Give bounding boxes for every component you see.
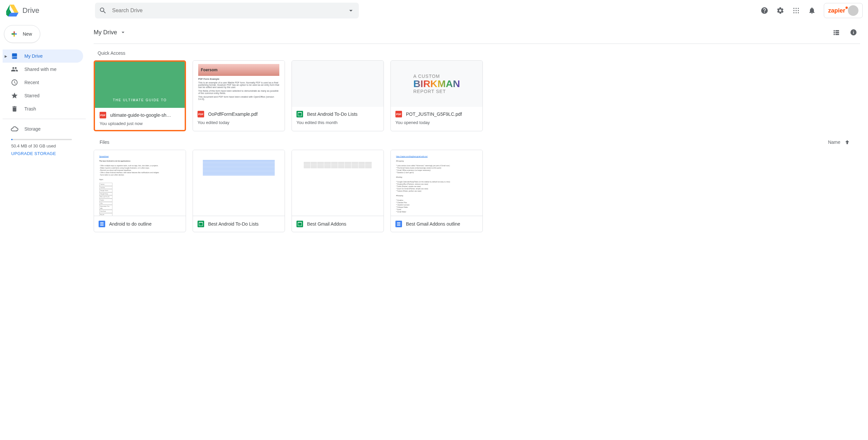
svg-point-0 [794,8,795,9]
storage-label-text: Storage [24,126,40,132]
new-button[interactable]: New [4,25,40,43]
file-title: OoPdfFormExample.pdf [208,112,257,117]
arrow-up-icon [844,139,850,145]
sidebar-item-label: Shared with me [24,67,56,72]
sheets-icon [197,221,204,227]
file-preview [292,150,383,216]
file-title: Best Gmail Addons [307,221,346,227]
file-subtitle: You edited this month [297,120,379,125]
app-header: Drive zapier✱ [0,0,868,21]
file-card[interactable]: https://zapier.com/blog/best-gmail-add-o… [391,150,483,232]
pdf-icon: PDF [100,112,106,118]
sheets-icon [297,111,303,118]
file-title: ultimate-guide-to-google-sh… [110,113,171,118]
files-grid: Spreadsheet The best Android to do list … [94,150,860,232]
file-subtitle: You opened today [395,120,478,125]
file-card[interactable]: Best Android To-Do Lists [193,150,285,232]
storage-section: Storage 50.4 MB of 30 GB used UPGRADE ST… [3,122,86,159]
cloud-icon [10,125,19,133]
sidebar-item-storage[interactable]: Storage [10,125,78,133]
svg-point-5 [798,10,799,11]
file-preview: Spreadsheet The best Android to do list … [94,150,186,216]
apps-icon[interactable] [789,4,803,17]
header-actions: zapier✱ [751,3,863,18]
file-preview: A CUSTOM BIRKMAN REPORT SET [391,61,483,107]
file-card[interactable]: Spreadsheet The best Android to do list … [94,150,186,232]
list-view-icon[interactable] [830,26,843,39]
sidebar-item-starred[interactable]: Starred [3,89,83,102]
main-content: My Drive Quick Access THE ULTIMATE [86,21,868,240]
svg-point-7 [796,12,797,13]
files-header: Files Name [94,139,860,145]
logo-area[interactable]: Drive [5,4,95,17]
file-preview: THE ULTIMATE GUIDE TO [95,62,185,108]
app-title: Drive [23,6,39,15]
storage-used-text: 50.4 MB of 30 GB used [11,144,78,149]
search-input[interactable] [112,8,347,13]
sheets-icon [297,221,303,227]
svg-point-8 [798,12,799,13]
expand-arrow-icon[interactable]: ▶ [5,55,7,58]
docs-icon [395,221,402,227]
quick-access-card[interactable]: THE ULTIMATE GUIDE TO PDF ultimate-guide… [94,60,186,131]
sidebar-item-label: My Drive [24,54,42,59]
file-title: Best Android To-Do Lists [307,112,358,117]
storage-bar [11,139,72,140]
sidebar-item-my-drive[interactable]: ▶ My Drive [3,50,83,63]
svg-point-3 [794,10,795,11]
star-icon [10,92,19,100]
file-title: Best Gmail Addons outline [406,221,460,227]
search-bar[interactable] [95,3,359,19]
plus-icon [9,29,19,39]
new-button-label: New [23,31,32,37]
docs-icon [99,221,105,227]
user-avatar[interactable] [848,5,859,16]
search-icon [99,7,107,14]
drive-icon [10,52,19,60]
file-preview [193,150,285,216]
quick-access-card[interactable]: Best Android To-Do Lists You edited this… [291,60,384,131]
zapier-label: zapier✱ [828,7,845,14]
zapier-chip[interactable]: zapier✱ [824,3,863,18]
file-subtitle: You uploaded just now [100,121,180,126]
svg-point-1 [796,8,797,9]
chevron-down-icon [120,29,126,36]
breadcrumb[interactable]: My Drive [94,29,126,36]
pdf-icon: PDF [395,111,402,118]
sidebar-divider [3,119,86,119]
search-options-icon[interactable] [347,7,355,14]
clock-icon [10,78,19,87]
sidebar: New ▶ My Drive Shared with me Recent [0,21,86,240]
view-toggles [830,26,860,39]
pdf-icon: PDF [197,111,204,118]
file-subtitle: You edited today [197,120,280,125]
file-preview: Foersom PDF Form Example This is an exam… [193,61,285,107]
sidebar-item-label: Recent [24,80,39,85]
file-preview: https://zapier.com/blog/best-gmail-add-o… [391,150,483,216]
quick-access-card[interactable]: A CUSTOM BIRKMAN REPORT SET PDF POT_JUST… [391,60,483,131]
svg-point-4 [796,10,797,11]
file-preview [292,61,383,107]
notifications-icon[interactable] [805,4,818,17]
settings-icon[interactable] [774,4,787,17]
sidebar-item-shared[interactable]: Shared with me [3,63,83,76]
quick-access-card[interactable]: Foersom PDF Form Example This is an exam… [193,60,285,131]
file-card[interactable]: Best Gmail Addons [291,150,384,232]
trash-icon [10,105,19,113]
drive-logo-icon [5,4,19,17]
quick-access-heading: Quick Access [98,51,860,56]
file-title: POT_JUSTIN_G5F9LC.pdf [406,112,462,117]
file-title: Best Android To-Do Lists [208,221,258,227]
info-icon[interactable] [847,26,860,39]
sidebar-item-trash[interactable]: Trash [3,102,83,116]
breadcrumb-root: My Drive [94,29,117,36]
breadcrumb-row: My Drive [94,21,860,44]
upgrade-storage-link[interactable]: UPGRADE STORAGE [11,151,78,156]
sort-label: Name [828,139,840,145]
svg-point-2 [798,8,799,9]
sidebar-item-label: Starred [24,93,39,98]
file-title: Android to do outline [109,221,151,227]
sidebar-item-recent[interactable]: Recent [3,76,83,89]
sort-control[interactable]: Name [828,139,860,145]
help-icon[interactable] [758,4,771,17]
